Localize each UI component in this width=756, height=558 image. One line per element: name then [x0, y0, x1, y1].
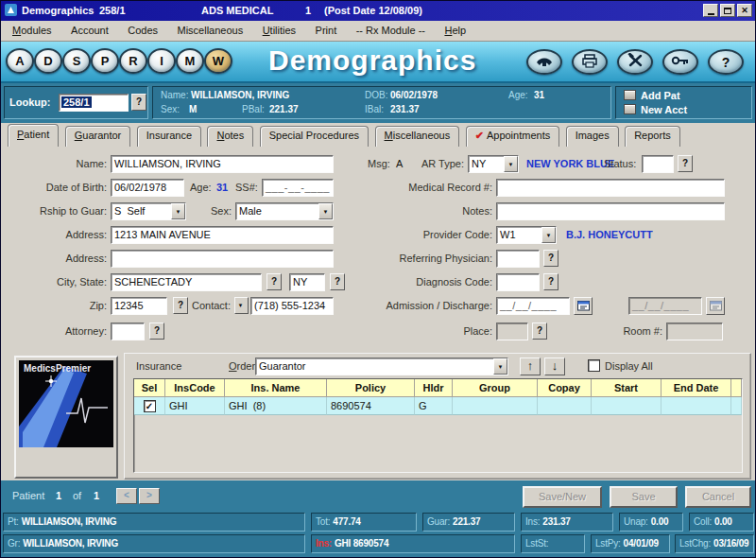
letter-button-a[interactable]: A [6, 48, 34, 74]
sex-select[interactable]: Male [235, 202, 334, 220]
save-button[interactable]: Save [610, 486, 678, 508]
diag-help-button[interactable]: ? [543, 273, 558, 290]
chevron-down-icon[interactable] [171, 203, 185, 219]
place-help-button[interactable]: ? [532, 323, 547, 340]
tab-patient[interactable]: Patient [8, 124, 59, 147]
zip-help-button[interactable]: ? [173, 297, 188, 314]
provider-select[interactable]: W1 [496, 226, 557, 244]
phone-button[interactable] [526, 49, 562, 75]
state-help-button[interactable]: ? [330, 273, 345, 290]
address2-field[interactable] [111, 250, 334, 268]
age-value: 31 [216, 179, 228, 197]
state-field[interactable]: NY [289, 273, 325, 291]
ref-phys-field[interactable] [496, 250, 540, 268]
ar-type-value: NY [472, 158, 486, 169]
diag-field[interactable] [496, 273, 540, 291]
discharge-date-field[interactable]: __/__/____ [628, 297, 702, 315]
contact-dropdown-button[interactable] [234, 297, 249, 314]
insurance-table-row[interactable]: ✓ GHI GHI (8) 8690574 G [134, 397, 742, 415]
lookup-value: 258/1 [61, 96, 92, 108]
tools-button[interactable] [617, 49, 653, 75]
lookup-input[interactable]: 258/1 [59, 94, 129, 112]
admission-calendar-button[interactable] [574, 297, 593, 315]
col-copay: Copay [538, 379, 592, 397]
key-button[interactable] [662, 49, 698, 75]
quick-actions-panel: Add Pat New Acct [615, 86, 752, 119]
letter-button-i[interactable]: I [147, 48, 176, 74]
letter-button-d[interactable]: D [34, 48, 62, 74]
chevron-down-icon[interactable] [493, 358, 507, 375]
tab-miscellaneous[interactable]: Miscellaneous [375, 126, 460, 147]
maximize-icon[interactable] [720, 4, 735, 17]
close-icon[interactable] [737, 4, 752, 17]
ssn-field[interactable]: ___-__-____ [262, 179, 334, 197]
tab-notes[interactable]: Notes [207, 126, 253, 147]
status-field[interactable] [642, 155, 674, 173]
tab-insurance[interactable]: Insurance [137, 126, 201, 147]
add-pat-checkbox[interactable] [624, 90, 636, 100]
move-up-button[interactable]: ↑ [520, 357, 541, 375]
letter-button-w[interactable]: W [204, 48, 232, 74]
phone-icon [535, 54, 554, 70]
print-button[interactable] [572, 49, 608, 75]
ar-type-label: AR Type: [409, 155, 464, 173]
menu-codes[interactable]: Codes [120, 21, 165, 41]
tab-reports[interactable]: Reports [625, 126, 680, 147]
menu-utilities[interactable]: Utilities [255, 21, 303, 41]
menu-account[interactable]: Account [63, 21, 116, 41]
letter-button-p[interactable]: P [91, 48, 119, 74]
dob-field[interactable]: 06/02/1978 [111, 179, 184, 197]
checkbox-checked-icon[interactable]: ✓ [144, 400, 156, 412]
zip-field[interactable]: 12345 [111, 297, 167, 315]
lookup-help-button[interactable]: ? [131, 94, 146, 111]
tab-special-procedures[interactable]: Special Procedures [260, 126, 369, 147]
status-help-button[interactable]: ? [678, 155, 693, 172]
tab-guarantor[interactable]: Guarantor [65, 126, 131, 147]
minimize-icon[interactable] [703, 4, 718, 17]
menu-help[interactable]: Help [437, 21, 473, 41]
col-end-date: End Date [662, 379, 731, 397]
tab-images[interactable]: Images [566, 126, 619, 147]
chevron-down-icon[interactable] [318, 203, 333, 219]
attorney-help-button[interactable]: ? [149, 323, 164, 340]
city-help-button[interactable]: ? [266, 273, 282, 290]
next-patient-button[interactable]: > [139, 488, 160, 504]
printer-icon [581, 54, 598, 71]
city-field[interactable]: SCHENECTADY [111, 273, 262, 291]
order-select[interactable]: Guarantor [255, 357, 508, 375]
address1-field[interactable]: 1213 MAIN AVENUE [111, 226, 334, 244]
ref-phys-help-button[interactable]: ? [543, 250, 558, 267]
attorney-field[interactable] [111, 323, 145, 340]
rship-select[interactable]: S Self [111, 202, 186, 220]
cancel-button[interactable]: Cancel [685, 486, 751, 508]
letter-button-r[interactable]: R [119, 48, 147, 74]
save-new-button[interactable]: Save/New [523, 486, 602, 508]
tab-appointments[interactable]: ✔Appointments [466, 126, 559, 147]
menu-print[interactable]: Print [308, 21, 345, 41]
menu-miscellaneous[interactable]: Miscellaneous [170, 21, 251, 41]
admission-date-field[interactable]: __/__/____ [496, 297, 570, 315]
new-acct-checkbox[interactable] [624, 104, 636, 114]
display-all-checkbox[interactable] [588, 359, 600, 372]
menu-rx-module[interactable]: -- Rx Module -- [349, 21, 433, 41]
prev-patient-button[interactable]: < [116, 488, 137, 504]
notes-field[interactable] [496, 202, 725, 220]
summary-dob-value: 06/02/1978 [390, 90, 438, 100]
demographics-window: Demographics 258/1 ADS MEDICAL 1 (Post D… [0, 0, 756, 558]
chevron-down-icon[interactable] [504, 156, 518, 172]
mrn-field[interactable] [496, 179, 725, 197]
insurance-table-header: Sel InsCode Ins. Name Policy Hldr Group … [134, 379, 742, 397]
status-label: Status: [604, 155, 640, 173]
col-inscode: InsCode [165, 379, 225, 397]
help-button[interactable]: ? [708, 49, 744, 75]
contact-phone-field[interactable]: (718) 555-1234 [250, 297, 334, 315]
footer-bar: Patient 1 of 1 < > Save/New Save Cancel [1, 480, 755, 513]
chevron-down-icon[interactable] [541, 227, 556, 243]
letter-button-m[interactable]: M [176, 48, 204, 74]
move-down-button[interactable]: ↓ [544, 357, 565, 375]
menu-modules[interactable]: Modules [5, 21, 60, 41]
name-field[interactable]: WILLIAMSON, IRVING [111, 155, 334, 173]
letter-button-s[interactable]: S [62, 48, 91, 74]
status-unap: Unap:0.00 [619, 513, 683, 532]
ar-type-select[interactable]: NY [468, 155, 519, 173]
